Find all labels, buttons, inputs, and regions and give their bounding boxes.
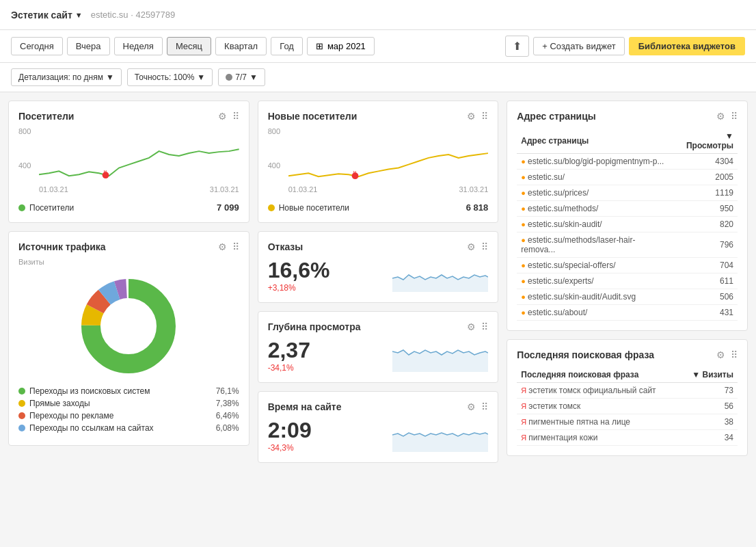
search-phrase[interactable]: Яэстетик томск официальный сайт [517, 383, 680, 399]
search-table-card: Последняя поисковая фраза ⚙ ⠿ Последняя … [507, 339, 748, 456]
library-btn[interactable]: Библиотека виджетов [629, 37, 745, 55]
visitors-line-chart: н [39, 127, 239, 182]
page-icon: ● [521, 157, 526, 165]
page-views: 704 [672, 258, 738, 274]
page-url[interactable]: ●estetic.su/ [517, 170, 672, 185]
today-btn[interactable]: Сегодня [11, 37, 63, 55]
gear-icon8[interactable]: ⚙ [716, 349, 725, 360]
page-url[interactable]: ●estetic.su/skin-audit/ [517, 217, 672, 232]
quarter-btn[interactable]: Квартал [215, 37, 267, 55]
year-btn[interactable]: Год [271, 37, 303, 55]
table-row: ●estetic.su/prices/ 1119 [517, 185, 738, 201]
grid-icon[interactable]: ⠿ [232, 111, 239, 122]
month-btn[interactable]: Месяц [167, 37, 211, 55]
time-value: 2:09 [268, 418, 312, 443]
pages-table-title: Адрес страницы [517, 111, 595, 122]
grid-icon3[interactable]: ⠿ [481, 111, 488, 122]
page-url[interactable]: ●estetic.su/prices/ [517, 185, 672, 201]
week-btn[interactable]: Неделя [114, 37, 163, 55]
new-visitors-legend-label: Новые посетители [279, 203, 349, 213]
new-visitors-legend-value: 6 818 [466, 202, 489, 213]
table-row: ●estetic.su/skin-audit/Audit.svg 506 [517, 289, 738, 305]
page-url[interactable]: ●estetic.su/experts/ [517, 274, 672, 289]
new-visitors-chart: 800 400 н 01.03.21 31.03.21 [268, 127, 489, 196]
depth-title: Глубина просмотра [268, 321, 361, 332]
page-icon: ● [521, 220, 526, 228]
yandex-icon: Я [521, 418, 526, 426]
page-url[interactable]: ●estetic.su/special-offers/ [517, 258, 672, 274]
search-phrase[interactable]: Яэстетик томск [517, 399, 680, 414]
page-icon: ● [521, 189, 526, 197]
accuracy-label: Точность: 100% [135, 72, 194, 82]
depth-stat-row: 2,37 -34,1% [268, 338, 489, 373]
new-visitors-legend: Новые посетители 6 818 [268, 202, 489, 213]
gear-icon6[interactable]: ⚙ [467, 401, 476, 412]
export-btn[interactable]: ⬆ [505, 36, 529, 57]
legend-item-links: Переходы по ссылкам на сайтах 6,08% [18, 423, 239, 433]
table-row: ●estetic.su/about/ 431 [517, 305, 738, 321]
time-title: Время на сайте [268, 401, 342, 412]
gear-icon[interactable]: ⚙ [218, 111, 227, 122]
page-icon: ● [521, 293, 526, 301]
site-id: estetic.su · 42597789 [91, 10, 176, 20]
table-row: ●estetic.su/ 2005 [517, 170, 738, 185]
segments-select[interactable]: 7/7 ▼ [218, 68, 265, 86]
gear-icon4[interactable]: ⚙ [467, 241, 476, 252]
visitors-title: Посетители [18, 111, 74, 122]
depth-mini-chart [392, 338, 488, 372]
yesterday-btn[interactable]: Вчера [67, 37, 110, 55]
grid-icon7[interactable]: ⠿ [731, 111, 738, 122]
detail-label: Детализация: по дням [18, 72, 103, 82]
grid-icon8[interactable]: ⠿ [731, 349, 738, 360]
grid-icon2[interactable]: ⠿ [232, 241, 239, 252]
page-url[interactable]: ●estetic.su/blog/gid-popigmentnym-p... [517, 154, 672, 170]
page-url[interactable]: ●estetic.su/methods/laser-hair-remova... [517, 232, 672, 258]
search-visits: 34 [681, 430, 738, 446]
dot-direct [18, 400, 25, 407]
label-links: Переходы по ссылкам на сайтах [29, 423, 154, 433]
page-url[interactable]: ●estetic.su/skin-audit/Audit.svg [517, 289, 672, 305]
grid-icon4[interactable]: ⠿ [481, 241, 488, 252]
visitors-legend: Посетители 7 099 [18, 202, 239, 213]
page-url[interactable]: ●estetic.su/methods/ [517, 201, 672, 217]
chevron-down-icon2: ▼ [197, 72, 205, 82]
grid-icon6[interactable]: ⠿ [481, 401, 488, 412]
chevron-down-icon3: ▼ [249, 72, 258, 82]
gear-icon5[interactable]: ⚙ [467, 321, 476, 332]
accuracy-select[interactable]: Точность: 100% ▼ [127, 68, 213, 86]
search-col2-header: ▼ Визиты [681, 367, 738, 383]
table-row: Япигментация кожи 34 [517, 430, 738, 446]
dot-links [18, 425, 25, 431]
pages-table: Адрес страницы ▼ Просмотры ●estetic.su/b… [517, 129, 738, 321]
detail-select[interactable]: Детализация: по дням ▼ [11, 68, 122, 86]
grid-icon5[interactable]: ⠿ [481, 321, 488, 332]
page-views: 950 [672, 201, 738, 217]
gear-icon2[interactable]: ⚙ [218, 241, 227, 252]
gear-icon7[interactable]: ⚙ [716, 111, 725, 122]
site-title: Эстетик сайт [11, 10, 72, 21]
date-range-btn[interactable]: ⊞ мар 2021 [307, 37, 375, 55]
search-phrase[interactable]: Япигментация кожи [517, 430, 680, 446]
site-selector[interactable]: Эстетик сайт ▼ [11, 10, 83, 21]
gear-icon3[interactable]: ⚙ [467, 111, 476, 122]
depth-value: 2,37 [268, 338, 310, 363]
create-widget-btn[interactable]: + Создать виджет [533, 37, 624, 55]
segments-label: 7/7 [235, 72, 247, 82]
page-views: 431 [672, 305, 738, 321]
legend-item-search: Переходы из поисковых систем 76,1% [18, 386, 239, 396]
page-views: 611 [672, 274, 738, 289]
visitors-legend-value: 7 099 [217, 202, 239, 213]
bounces-stat-row: 16,6% +3,18% [268, 258, 489, 293]
depth-card: Глубина просмотра ⚙ ⠿ 2,37 -34,1% [258, 311, 499, 383]
label-ads: Переходы по рекламе [29, 411, 113, 421]
donut-chart [18, 271, 239, 381]
search-visits: 73 [681, 383, 738, 399]
page-url[interactable]: ●estetic.su/about/ [517, 305, 672, 321]
pct-direct: 7,38% [216, 399, 239, 408]
page-icon: ● [521, 308, 526, 317]
search-table: Последняя поисковая фраза ▼ Визиты Яэсте… [517, 367, 738, 446]
page-icon: ● [521, 204, 526, 213]
page-icon: ● [521, 173, 526, 181]
donut-svg [74, 271, 183, 381]
search-phrase[interactable]: Япигментные пятна на лице [517, 414, 680, 430]
